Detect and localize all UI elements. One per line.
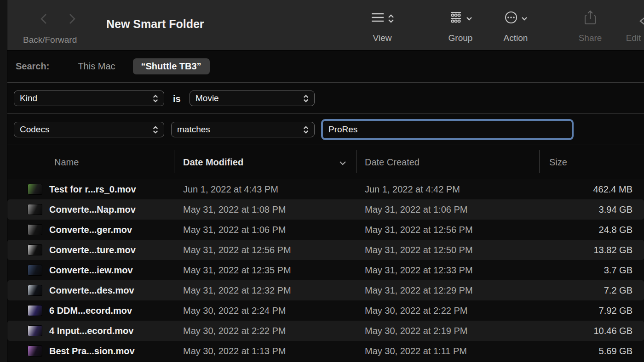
- view-button-label: View: [373, 33, 392, 43]
- column-header-size[interactable]: Size: [539, 157, 644, 168]
- dropdown-value: matches: [177, 124, 210, 135]
- attribute-dropdown-codecs[interactable]: Codecs: [14, 122, 164, 137]
- dropdown-value: Kind: [20, 93, 37, 103]
- file-size: 7.2 GB: [539, 285, 644, 296]
- group-button-label: Group: [448, 33, 473, 43]
- file-date-created: May 30, 2022 at 1:11 PM: [356, 346, 539, 356]
- file-date-modified: May 31, 2022 at 12:32 PM: [174, 285, 356, 296]
- group-icon: [449, 11, 463, 26]
- video-thumbnail-icon: [28, 325, 42, 336]
- operator-dropdown-matches[interactable]: matches: [171, 122, 315, 137]
- file-date-modified: May 31, 2022 at 12:56 PM: [174, 245, 356, 255]
- action-button-label: Action: [504, 33, 528, 43]
- file-name: 6 DDM...ecord.mov: [49, 305, 132, 316]
- finder-window: Back/Forward New Smart Folder View: [7, 0, 644, 362]
- file-date-modified: May 30, 2022 at 1:13 PM: [174, 346, 356, 356]
- column-divider[interactable]: [356, 150, 357, 173]
- list-header: Name Date Modified Date Created Size: [7, 145, 644, 179]
- file-row[interactable]: Converte...ger.mov May 31, 2022 at 1:06 …: [7, 220, 644, 240]
- action-ellipsis-icon: [504, 11, 518, 26]
- file-name: Best Pra...sion.mov: [49, 346, 135, 356]
- chevron-up-down-icon: [388, 14, 394, 23]
- share-button-label: Share: [579, 33, 602, 43]
- chevron-down-icon: [466, 14, 472, 23]
- back-button[interactable]: [36, 11, 52, 27]
- video-thumbnail-icon: [28, 285, 42, 296]
- file-date-created: May 30, 2022 at 2:22 PM: [356, 305, 539, 316]
- clipped-edit-icon: [638, 12, 644, 32]
- sort-descending-icon: [339, 157, 346, 168]
- file-row[interactable]: Converte...ture.mov May 31, 2022 at 12:5…: [7, 240, 644, 260]
- file-row[interactable]: Test for r...rs_0.mov Jun 1, 2022 at 4:4…: [7, 179, 644, 199]
- file-date-created: May 31, 2022 at 12:29 PM: [356, 285, 539, 296]
- file-row[interactable]: Converte...iew.mov May 31, 2022 at 12:35…: [7, 260, 644, 280]
- file-size: 7.92 GB: [539, 305, 644, 316]
- share-icon: [584, 10, 596, 27]
- column-header-date-created[interactable]: Date Created: [356, 157, 539, 168]
- file-name: Test for r...rs_0.mov: [49, 184, 136, 195]
- file-date-modified: May 31, 2022 at 12:35 PM: [174, 265, 356, 276]
- file-list: Test for r...rs_0.mov Jun 1, 2022 at 4:4…: [7, 179, 644, 361]
- scope-this-mac[interactable]: This Mac: [78, 61, 115, 72]
- file-date-modified: May 30, 2022 at 2:24 PM: [174, 305, 356, 316]
- file-name: Converte...iew.mov: [49, 265, 133, 276]
- chevron-up-down-icon: [303, 126, 309, 134]
- attribute-dropdown-kind[interactable]: Kind: [14, 90, 164, 106]
- chevron-up-down-icon: [303, 95, 309, 102]
- action-button[interactable]: Action: [490, 10, 541, 43]
- file-name: Converte...Nap.mov: [49, 204, 136, 215]
- column-header-date-modified[interactable]: Date Modified: [174, 157, 356, 168]
- column-divider[interactable]: [539, 150, 540, 173]
- dropdown-value: Movie: [196, 93, 219, 103]
- chevron-up-down-icon: [153, 126, 158, 134]
- file-size: 5.69 GB: [539, 346, 644, 356]
- view-button[interactable]: View: [357, 10, 408, 43]
- file-date-modified: May 31, 2022 at 1:06 PM: [174, 225, 356, 235]
- filter-row-codecs: Codecs matches: [7, 114, 644, 145]
- video-thumbnail-icon: [28, 265, 42, 276]
- chevron-down-icon: [521, 14, 528, 23]
- file-date-created: May 31, 2022 at 1:06 PM: [356, 204, 539, 215]
- column-divider[interactable]: [174, 150, 174, 173]
- video-thumbnail-icon: [28, 184, 42, 195]
- video-thumbnail-icon: [28, 224, 42, 235]
- back-forward-label: Back/Forward: [23, 35, 77, 45]
- file-date-modified: Jun 1, 2022 at 4:43 PM: [174, 184, 356, 195]
- file-size: 10.46 GB: [539, 326, 644, 336]
- file-row[interactable]: 4 Input...ecord.mov May 30, 2022 at 2:22…: [7, 321, 644, 341]
- video-thumbnail-icon: [28, 305, 42, 316]
- file-name: 4 Input...ecord.mov: [49, 326, 133, 336]
- file-date-created: May 30, 2022 at 2:19 PM: [356, 326, 539, 336]
- column-divider[interactable]: [641, 150, 641, 173]
- group-button[interactable]: Group: [435, 10, 486, 43]
- search-label: Search:: [16, 61, 49, 72]
- video-thumbnail-icon: [28, 345, 42, 356]
- file-size: 13.82 GB: [539, 245, 644, 255]
- column-header-label: Date Modified: [183, 157, 243, 168]
- list-view-icon: [371, 12, 385, 25]
- file-size: 3.94 GB: [539, 204, 644, 215]
- video-thumbnail-icon: [28, 244, 42, 255]
- file-size: 24.8 GB: [539, 225, 644, 235]
- edit-button-label: Edit: [626, 33, 641, 43]
- file-row[interactable]: Converte...Nap.mov May 31, 2022 at 1:08 …: [7, 199, 644, 220]
- file-row[interactable]: 6 DDM...ecord.mov May 30, 2022 at 2:24 P…: [7, 300, 644, 321]
- toolbar: Back/Forward New Smart Folder View: [7, 0, 644, 51]
- filter-row-kind: Kind is Movie: [7, 83, 644, 114]
- value-dropdown-movie[interactable]: Movie: [190, 90, 315, 106]
- file-row[interactable]: Converte...des.mov May 31, 2022 at 12:32…: [7, 280, 644, 300]
- sidebar-edge: [0, 0, 7, 362]
- codec-search-input[interactable]: [321, 119, 574, 140]
- file-row[interactable]: Best Pra...sion.mov May 30, 2022 at 1:13…: [7, 341, 644, 361]
- file-name: Converte...ture.mov: [49, 245, 136, 255]
- file-date-created: Jun 1, 2022 at 4:42 PM: [356, 184, 539, 195]
- file-size: 462.4 MB: [539, 184, 644, 195]
- file-date-modified: May 30, 2022 at 2:22 PM: [174, 326, 356, 336]
- file-size: 3.7 GB: [539, 265, 644, 276]
- column-header-name[interactable]: Name: [7, 157, 174, 168]
- scope-shuttle-tb3[interactable]: “Shuttle TB3”: [133, 58, 210, 74]
- file-date-created: May 31, 2022 at 12:33 PM: [356, 265, 539, 276]
- share-button[interactable]: Share: [569, 10, 611, 43]
- window-title: New Smart Folder: [106, 17, 204, 31]
- forward-button[interactable]: [64, 11, 80, 27]
